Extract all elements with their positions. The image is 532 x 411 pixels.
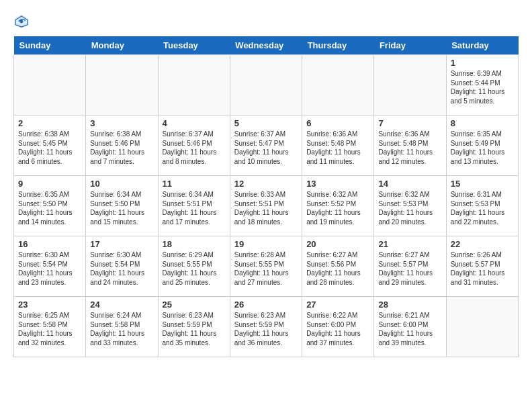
day-info: Sunrise: 6:30 AM Sunset: 5:54 PM Dayligh… — [90, 250, 153, 287]
calendar-cell: 3Sunrise: 6:38 AM Sunset: 5:46 PM Daylig… — [86, 116, 158, 176]
calendar-cell: 27Sunrise: 6:22 AM Sunset: 6:00 PM Dayli… — [302, 297, 374, 357]
calendar-cell — [86, 55, 158, 116]
calendar-cell: 12Sunrise: 6:33 AM Sunset: 5:51 PM Dayli… — [230, 176, 302, 236]
day-header-friday: Friday — [374, 36, 446, 55]
day-number: 14 — [378, 179, 441, 189]
day-info: Sunrise: 6:24 AM Sunset: 5:58 PM Dayligh… — [90, 311, 153, 347]
day-info: Sunrise: 6:37 AM Sunset: 5:46 PM Dayligh… — [163, 130, 226, 166]
day-header-tuesday: Tuesday — [158, 36, 230, 55]
calendar-cell — [302, 55, 374, 116]
day-number: 20 — [306, 239, 369, 249]
day-number: 22 — [451, 239, 514, 249]
day-number: 4 — [163, 118, 226, 128]
day-number: 9 — [18, 179, 81, 189]
day-number: 5 — [234, 118, 298, 128]
day-info: Sunrise: 6:31 AM Sunset: 5:53 PM Dayligh… — [451, 190, 514, 226]
day-number: 12 — [234, 179, 298, 189]
week-row-1: 1Sunrise: 6:39 AM Sunset: 5:44 PM Daylig… — [14, 55, 519, 116]
calendar-cell: 1Sunrise: 6:39 AM Sunset: 5:44 PM Daylig… — [446, 55, 518, 116]
day-number: 23 — [18, 300, 81, 310]
calendar-cell: 11Sunrise: 6:34 AM Sunset: 5:51 PM Dayli… — [158, 176, 230, 236]
day-number: 15 — [451, 179, 514, 189]
calendar-cell: 24Sunrise: 6:24 AM Sunset: 5:58 PM Dayli… — [86, 297, 158, 357]
week-row-5: 23Sunrise: 6:25 AM Sunset: 5:58 PM Dayli… — [14, 297, 519, 357]
calendar-cell: 17Sunrise: 6:30 AM Sunset: 5:54 PM Dayli… — [86, 236, 158, 297]
calendar-cell: 10Sunrise: 6:34 AM Sunset: 5:50 PM Dayli… — [86, 176, 158, 236]
day-info: Sunrise: 6:34 AM Sunset: 5:50 PM Dayligh… — [90, 190, 153, 226]
day-number: 26 — [234, 300, 298, 310]
day-number: 13 — [306, 179, 369, 189]
day-number: 3 — [90, 118, 153, 128]
day-number: 7 — [378, 118, 441, 128]
day-info: Sunrise: 6:23 AM Sunset: 5:59 PM Dayligh… — [163, 311, 226, 347]
calendar-cell: 5Sunrise: 6:37 AM Sunset: 5:47 PM Daylig… — [230, 116, 302, 176]
day-number: 27 — [306, 300, 369, 310]
calendar-cell: 19Sunrise: 6:28 AM Sunset: 5:55 PM Dayli… — [230, 236, 302, 297]
days-header-row: SundayMondayTuesdayWednesdayThursdayFrid… — [14, 36, 519, 55]
day-number: 6 — [306, 118, 369, 128]
day-info: Sunrise: 6:33 AM Sunset: 5:51 PM Dayligh… — [234, 190, 298, 226]
week-row-2: 2Sunrise: 6:38 AM Sunset: 5:45 PM Daylig… — [14, 116, 519, 176]
day-number: 16 — [18, 239, 81, 249]
calendar-cell: 2Sunrise: 6:38 AM Sunset: 5:45 PM Daylig… — [14, 116, 86, 176]
week-row-4: 16Sunrise: 6:30 AM Sunset: 5:54 PM Dayli… — [14, 236, 519, 297]
day-number: 28 — [378, 300, 441, 310]
calendar-cell: 22Sunrise: 6:26 AM Sunset: 5:57 PM Dayli… — [446, 236, 518, 297]
calendar-cell: 4Sunrise: 6:37 AM Sunset: 5:46 PM Daylig… — [158, 116, 230, 176]
calendar-cell: 15Sunrise: 6:31 AM Sunset: 5:53 PM Dayli… — [446, 176, 518, 236]
day-info: Sunrise: 6:26 AM Sunset: 5:57 PM Dayligh… — [451, 250, 514, 287]
logo-icon — [13, 13, 30, 30]
day-number: 24 — [90, 300, 153, 310]
svg-point-2 — [20, 20, 24, 24]
day-info: Sunrise: 6:25 AM Sunset: 5:58 PM Dayligh… — [18, 311, 81, 347]
calendar-cell: 16Sunrise: 6:30 AM Sunset: 5:54 PM Dayli… — [14, 236, 86, 297]
day-info: Sunrise: 6:37 AM Sunset: 5:47 PM Dayligh… — [234, 130, 298, 166]
day-info: Sunrise: 6:38 AM Sunset: 5:46 PM Dayligh… — [90, 130, 153, 166]
day-number: 11 — [163, 179, 226, 189]
day-number: 2 — [18, 118, 81, 128]
calendar-cell: 8Sunrise: 6:35 AM Sunset: 5:49 PM Daylig… — [446, 116, 518, 176]
day-info: Sunrise: 6:35 AM Sunset: 5:50 PM Dayligh… — [18, 190, 81, 226]
calendar-cell — [230, 55, 302, 116]
day-number: 21 — [378, 239, 441, 249]
day-info: Sunrise: 6:21 AM Sunset: 6:00 PM Dayligh… — [378, 311, 441, 347]
day-number: 19 — [234, 239, 298, 249]
day-number: 18 — [163, 239, 226, 249]
day-header-wednesday: Wednesday — [230, 36, 302, 55]
day-number: 17 — [90, 239, 153, 249]
day-info: Sunrise: 6:36 AM Sunset: 5:48 PM Dayligh… — [378, 130, 441, 166]
day-info: Sunrise: 6:27 AM Sunset: 5:57 PM Dayligh… — [378, 250, 441, 287]
day-number: 10 — [90, 179, 153, 189]
calendar-cell: 21Sunrise: 6:27 AM Sunset: 5:57 PM Dayli… — [374, 236, 446, 297]
calendar-cell — [446, 297, 518, 357]
calendar-cell: 23Sunrise: 6:25 AM Sunset: 5:58 PM Dayli… — [14, 297, 86, 357]
calendar-cell — [374, 55, 446, 116]
calendar-cell — [14, 55, 86, 116]
day-info: Sunrise: 6:28 AM Sunset: 5:55 PM Dayligh… — [234, 250, 298, 287]
calendar-cell: 25Sunrise: 6:23 AM Sunset: 5:59 PM Dayli… — [158, 297, 230, 357]
day-info: Sunrise: 6:22 AM Sunset: 6:00 PM Dayligh… — [306, 311, 369, 347]
calendar-cell: 28Sunrise: 6:21 AM Sunset: 6:00 PM Dayli… — [374, 297, 446, 357]
calendar-cell: 7Sunrise: 6:36 AM Sunset: 5:48 PM Daylig… — [374, 116, 446, 176]
calendar-table: SundayMondayTuesdayWednesdayThursdayFrid… — [13, 36, 519, 357]
day-info: Sunrise: 6:23 AM Sunset: 5:59 PM Dayligh… — [234, 311, 298, 347]
day-info: Sunrise: 6:29 AM Sunset: 5:55 PM Dayligh… — [163, 250, 226, 287]
calendar-cell: 20Sunrise: 6:27 AM Sunset: 5:56 PM Dayli… — [302, 236, 374, 297]
day-number: 8 — [451, 118, 514, 128]
calendar-cell: 18Sunrise: 6:29 AM Sunset: 5:55 PM Dayli… — [158, 236, 230, 297]
day-info: Sunrise: 6:39 AM Sunset: 5:44 PM Dayligh… — [451, 69, 514, 105]
day-info: Sunrise: 6:27 AM Sunset: 5:56 PM Dayligh… — [306, 250, 369, 287]
day-info: Sunrise: 6:38 AM Sunset: 5:45 PM Dayligh… — [18, 130, 81, 166]
day-info: Sunrise: 6:35 AM Sunset: 5:49 PM Dayligh… — [451, 130, 514, 166]
logo — [13, 13, 32, 30]
day-info: Sunrise: 6:32 AM Sunset: 5:53 PM Dayligh… — [378, 190, 441, 226]
week-row-3: 9Sunrise: 6:35 AM Sunset: 5:50 PM Daylig… — [14, 176, 519, 236]
day-header-sunday: Sunday — [14, 36, 86, 55]
day-number: 1 — [451, 58, 514, 68]
day-info: Sunrise: 6:30 AM Sunset: 5:54 PM Dayligh… — [18, 250, 81, 287]
calendar-cell: 26Sunrise: 6:23 AM Sunset: 5:59 PM Dayli… — [230, 297, 302, 357]
calendar-cell: 6Sunrise: 6:36 AM Sunset: 5:48 PM Daylig… — [302, 116, 374, 176]
day-info: Sunrise: 6:34 AM Sunset: 5:51 PM Dayligh… — [163, 190, 226, 226]
calendar-cell: 9Sunrise: 6:35 AM Sunset: 5:50 PM Daylig… — [14, 176, 86, 236]
calendar-cell — [158, 55, 230, 116]
